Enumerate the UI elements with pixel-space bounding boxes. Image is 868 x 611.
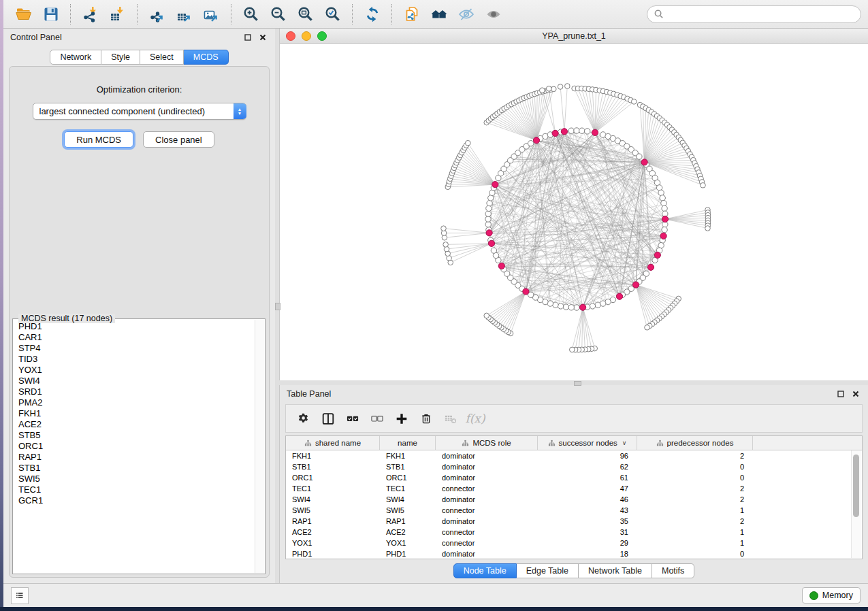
toolbar-separator <box>137 4 138 24</box>
duplicate-network-button[interactable] <box>400 3 423 25</box>
refresh-layout-icon <box>364 5 381 23</box>
run-mcds-button[interactable]: Run MCDS <box>64 131 133 148</box>
tab-network-table[interactable]: Network Table <box>579 563 652 578</box>
import-table-button[interactable] <box>106 3 129 25</box>
memory-button[interactable]: Memory <box>802 587 861 604</box>
tab-edge-table[interactable]: Edge Table <box>517 563 579 578</box>
float-panel-icon[interactable] <box>242 32 253 43</box>
add-column-button[interactable] <box>391 408 413 429</box>
first-neighbors-button[interactable] <box>428 3 451 25</box>
float-panel-icon[interactable] <box>835 389 846 399</box>
cell-shared-name: FKH1 <box>286 452 380 460</box>
mcds-result-item[interactable]: TID3 <box>14 354 255 365</box>
mcds-result-item[interactable]: YOX1 <box>14 365 255 376</box>
column-header-shared-name[interactable]: shared name <box>286 436 380 450</box>
task-history-button[interactable] <box>11 587 29 604</box>
column-header-MCDS-role[interactable]: MCDS role <box>436 436 538 450</box>
hide-selected-button[interactable] <box>455 3 478 25</box>
mcds-result-item[interactable]: STP4 <box>14 343 255 354</box>
export-image-button[interactable] <box>200 3 223 25</box>
optimization-criterion-select[interactable]: largest connected component (undirected)… <box>33 103 246 120</box>
splitter-handle[interactable] <box>574 381 581 386</box>
table-row[interactable]: SWI4SWI4dominator462 <box>286 494 862 505</box>
scrollbar-thumb[interactable] <box>853 455 859 517</box>
refresh-layout-button[interactable] <box>361 3 384 25</box>
mcds-result-item[interactable]: SWI4 <box>14 376 255 386</box>
column-header-successor-nodes[interactable]: successor nodes∨ <box>538 436 637 450</box>
tab-node-table[interactable]: Node Table <box>453 563 517 578</box>
network-canvas[interactable] <box>280 44 868 380</box>
tab-style[interactable]: Style <box>101 50 140 65</box>
mcds-result-item[interactable]: SWI5 <box>14 474 255 484</box>
zoom-fit-button[interactable] <box>294 3 317 25</box>
tab-select[interactable]: Select <box>140 50 184 65</box>
vertical-splitter[interactable] <box>275 29 279 583</box>
table-bottom-tabs: Node TableEdge TableNetwork TableMotifs <box>280 563 868 578</box>
table-row[interactable]: RAP1RAP1dominator352 <box>286 516 862 527</box>
table-settings-button[interactable] <box>293 408 315 429</box>
function-builder-button[interactable]: f(x) <box>464 408 486 429</box>
delete-column-button[interactable] <box>415 408 437 429</box>
export-table-button[interactable] <box>173 3 196 25</box>
horizontal-splitter[interactable] <box>279 380 868 385</box>
open-file-button[interactable] <box>12 3 35 25</box>
table-row[interactable]: ORC1ORC1dominator610 <box>286 472 862 483</box>
select-all-icon <box>346 411 359 427</box>
cell-predecessor-nodes: 2 <box>637 495 753 503</box>
deselect-all-button[interactable] <box>366 408 388 429</box>
mcds-result-item[interactable]: STB5 <box>14 430 255 441</box>
close-panel-icon[interactable] <box>850 389 861 399</box>
splitter-handle[interactable] <box>275 303 280 310</box>
cell-MCDS-role: dominator <box>436 452 538 460</box>
delete-column-icon <box>419 411 433 427</box>
mcds-result-item[interactable]: RAP1 <box>14 452 255 463</box>
save-session-button[interactable] <box>39 3 63 25</box>
zoom-out-button[interactable] <box>267 3 290 25</box>
table-panel: Table Panel f(x) shared namenameMCDS rol… <box>279 385 868 583</box>
show-columns-button[interactable] <box>317 408 339 429</box>
tab-network[interactable]: Network <box>50 50 101 65</box>
table-row[interactable]: FKH1FKH1dominator962 <box>286 450 862 461</box>
mcds-result-scrollbar[interactable] <box>255 320 264 573</box>
table-row[interactable]: ACE2ACE2connector311 <box>286 527 862 538</box>
export-network-button[interactable] <box>146 3 169 25</box>
cell-predecessor-nodes: 0 <box>637 550 753 558</box>
tab-mcds[interactable]: MCDS <box>184 50 229 65</box>
zoom-in-button[interactable] <box>240 3 263 25</box>
mcds-result-item[interactable]: PHD1 <box>14 321 255 332</box>
mcds-result-item[interactable]: PMA2 <box>14 397 255 408</box>
export-network-icon <box>148 5 166 23</box>
mcds-result-item[interactable]: STB1 <box>14 463 255 474</box>
cell-successor-nodes: 43 <box>538 506 637 514</box>
zoom-selected-button[interactable] <box>321 3 344 25</box>
table-row[interactable]: STB1STB1dominator620 <box>286 461 862 472</box>
cell-name: SWI5 <box>380 506 436 514</box>
column-header-predecessor-nodes[interactable]: predecessor nodes <box>637 436 753 450</box>
memory-status-icon <box>809 591 818 600</box>
search-input[interactable] <box>667 9 854 20</box>
mcds-result-item[interactable]: SRD1 <box>14 386 255 397</box>
close-panel-icon[interactable] <box>257 32 268 43</box>
mcds-result-item[interactable]: GCR1 <box>14 495 255 506</box>
select-all-button[interactable] <box>342 408 364 429</box>
delete-table-button[interactable] <box>440 408 462 429</box>
table-row[interactable]: SWI5SWI5connector431 <box>286 505 862 516</box>
tab-motifs[interactable]: Motifs <box>652 563 694 578</box>
show-all-button[interactable] <box>482 3 505 25</box>
optimization-criterion-label: Optimization criterion: <box>10 84 269 95</box>
mcds-result-item[interactable]: ORC1 <box>14 441 255 452</box>
mcds-result-item[interactable]: ACE2 <box>14 419 255 430</box>
table-row[interactable]: PHD1PHD1dominator180 <box>286 548 862 559</box>
cell-shared-name: SWI5 <box>286 506 380 514</box>
table-row[interactable]: TEC1TEC1connector472 <box>286 483 862 494</box>
table-row[interactable]: YOX1YOX1connector291 <box>286 538 862 548</box>
column-header-name[interactable]: name <box>380 436 436 450</box>
mcds-result-item[interactable]: FKH1 <box>14 408 255 419</box>
mcds-result-list[interactable]: PHD1CAR1STP4TID3YOX1SWI4SRD1PMA2FKH1ACE2… <box>14 321 255 573</box>
import-network-button[interactable] <box>79 3 102 25</box>
table-scrollbar[interactable] <box>851 450 861 558</box>
close-panel-button[interactable]: Close panel <box>143 131 214 148</box>
mcds-result-item[interactable]: TEC1 <box>14 484 255 495</box>
mcds-result-item[interactable]: CAR1 <box>14 332 255 343</box>
cell-successor-nodes: 62 <box>538 463 637 471</box>
